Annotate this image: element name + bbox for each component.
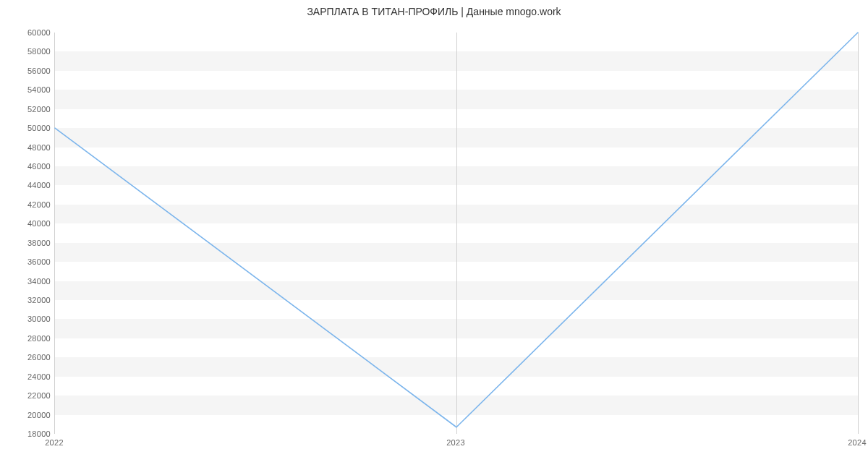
y-tick-label: 56000: [7, 67, 51, 75]
y-tick-label: 54000: [7, 85, 51, 94]
plot-area: [54, 33, 858, 434]
x-tick-label: 2022: [45, 438, 64, 447]
y-tick-label: 30000: [7, 315, 51, 323]
grid-vline: [858, 33, 859, 434]
y-tick-label: 48000: [7, 143, 51, 152]
line-series: [55, 33, 858, 434]
y-tick-label: 22000: [7, 391, 51, 400]
x-tick-label: 2024: [848, 438, 867, 447]
y-tick-label: 44000: [7, 181, 51, 189]
y-tick-label: 20000: [7, 411, 51, 419]
x-tick-label: 2023: [446, 438, 465, 447]
y-tick-label: 50000: [7, 124, 51, 132]
y-tick-label: 46000: [7, 162, 51, 171]
y-tick-label: 26000: [7, 353, 51, 362]
y-tick-label: 36000: [7, 257, 51, 266]
y-tick-label: 28000: [7, 334, 51, 343]
y-tick-label: 24000: [7, 372, 51, 381]
y-tick-label: 58000: [7, 47, 51, 56]
y-tick-label: 40000: [7, 219, 51, 228]
y-tick-label: 60000: [7, 28, 51, 37]
y-tick-label: 18000: [7, 430, 51, 438]
chart-title: ЗАРПЛАТА В ТИТАН-ПРОФИЛЬ | Данные mnogo.…: [0, 6, 868, 17]
y-tick-label: 34000: [7, 277, 51, 286]
salary-line-chart: ЗАРПЛАТА В ТИТАН-ПРОФИЛЬ | Данные mnogo.…: [0, 0, 868, 470]
y-tick-label: 32000: [7, 296, 51, 304]
y-tick-label: 38000: [7, 239, 51, 247]
y-tick-label: 52000: [7, 105, 51, 114]
y-tick-label: 42000: [7, 200, 51, 209]
